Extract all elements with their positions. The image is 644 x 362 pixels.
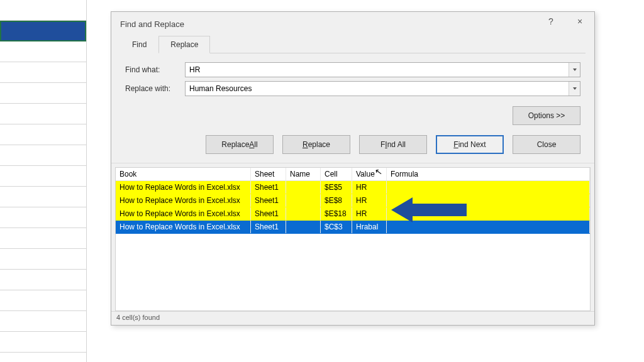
result-row[interactable]: How to Replace Words in Excel.xlsxSheet1… xyxy=(116,207,590,221)
cell[interactable] xyxy=(0,270,86,290)
close-icon[interactable]: × xyxy=(565,12,594,31)
replace-history-dropdown[interactable] xyxy=(569,82,580,96)
replace-with-label: Replace with: xyxy=(125,84,185,93)
help-button[interactable]: ? xyxy=(536,12,565,31)
find-what-label: Find what: xyxy=(125,65,185,74)
row-cell: $C$3 xyxy=(321,221,352,233)
cursor-icon: ↖ xyxy=(374,167,384,177)
row-value: HR xyxy=(352,194,387,207)
results-list[interactable]: Book Sheet Name Cell Value↖ Formula How … xyxy=(115,167,591,311)
dialog-titlebar[interactable]: Find and Replace ? × xyxy=(111,12,594,36)
dialog-title: Find and Replace xyxy=(120,19,184,29)
cell[interactable] xyxy=(0,104,86,124)
find-next-button[interactable]: Find Next xyxy=(436,135,504,154)
results-header[interactable]: Book Sheet Name Cell Value↖ Formula xyxy=(116,168,590,181)
spreadsheet-column-a[interactable] xyxy=(0,0,87,362)
cell[interactable] xyxy=(0,41,86,62)
tab-replace[interactable]: Replace xyxy=(158,36,210,53)
cell[interactable] xyxy=(0,311,86,332)
col-value[interactable]: Value↖ xyxy=(352,168,387,180)
find-replace-dialog: Find and Replace ? × Find Replace Find w… xyxy=(111,11,595,326)
row-cell: $E$8 xyxy=(321,194,352,207)
cell[interactable] xyxy=(0,207,86,228)
chevron-down-icon xyxy=(573,69,577,71)
row-value: HR xyxy=(352,181,387,194)
replace-button[interactable]: Replace xyxy=(282,135,350,154)
row-formula xyxy=(387,194,590,207)
col-formula[interactable]: Formula xyxy=(387,168,590,180)
row-name xyxy=(286,207,321,220)
cell[interactable] xyxy=(0,145,86,166)
row-value: HR xyxy=(352,207,387,220)
row-sheet: Sheet1 xyxy=(251,194,286,207)
dialog-tabs: Find Replace xyxy=(120,36,586,53)
row-cell: $E$18 xyxy=(321,207,352,220)
cell[interactable] xyxy=(0,290,86,311)
replace-all-button[interactable]: Replace All xyxy=(206,135,274,154)
cell[interactable] xyxy=(0,187,86,207)
tab-find[interactable]: Find xyxy=(120,36,158,53)
row-sheet: Sheet1 xyxy=(251,207,286,220)
row-sheet: Sheet1 xyxy=(251,181,286,194)
result-row[interactable]: How to Replace Words in Excel.xlsxSheet1… xyxy=(116,221,590,234)
col-book[interactable]: Book xyxy=(116,168,251,180)
status-bar: 4 cell(s) found xyxy=(111,311,594,325)
col-name[interactable]: Name xyxy=(286,168,321,180)
col-sheet[interactable]: Sheet xyxy=(251,168,286,180)
chevron-down-icon xyxy=(573,87,577,90)
close-button[interactable]: Close xyxy=(513,135,580,154)
row-sheet: Sheet1 xyxy=(251,221,286,233)
find-history-dropdown[interactable] xyxy=(569,63,580,77)
cell-selected[interactable] xyxy=(0,21,86,41)
cell[interactable] xyxy=(0,249,86,270)
cell[interactable] xyxy=(0,62,86,83)
cell[interactable] xyxy=(0,124,86,145)
row-name xyxy=(286,194,321,207)
row-book: How to Replace Words in Excel.xlsx xyxy=(116,194,251,207)
row-cell: $E$5 xyxy=(321,181,352,194)
cell[interactable] xyxy=(0,228,86,249)
options-button[interactable]: Options >> xyxy=(513,106,580,125)
cell[interactable] xyxy=(0,332,86,353)
result-row[interactable]: How to Replace Words in Excel.xlsxSheet1… xyxy=(116,181,590,194)
row-book: How to Replace Words in Excel.xlsx xyxy=(116,181,251,194)
cell[interactable] xyxy=(0,0,86,21)
row-formula xyxy=(387,207,590,220)
cell[interactable] xyxy=(0,166,86,187)
replace-with-input[interactable] xyxy=(186,82,569,96)
col-cell[interactable]: Cell xyxy=(321,168,352,180)
row-formula xyxy=(387,221,590,233)
cell[interactable] xyxy=(0,83,86,104)
find-all-button[interactable]: FInd All xyxy=(359,135,427,154)
result-row[interactable]: How to Replace Words in Excel.xlsxSheet1… xyxy=(116,194,590,207)
row-book: How to Replace Words in Excel.xlsx xyxy=(116,207,251,220)
row-formula xyxy=(387,181,590,194)
row-value: Hrabal xyxy=(352,221,387,233)
row-name xyxy=(286,181,321,194)
row-book: How to Replace Words in Excel.xlsx xyxy=(116,221,251,233)
find-what-input[interactable] xyxy=(186,63,569,77)
row-name xyxy=(286,221,321,233)
